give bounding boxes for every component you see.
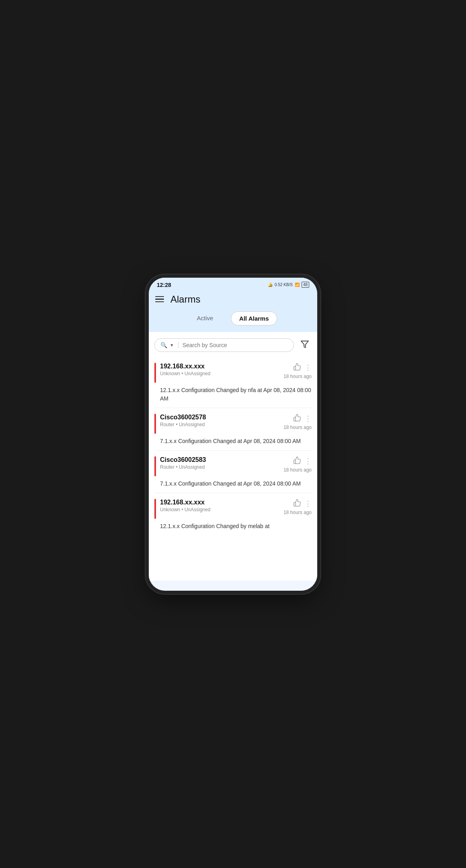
alarm-source: 192.168.xx.xxx: [160, 363, 211, 370]
alarm-severity-bar: [154, 414, 156, 434]
content-area[interactable]: 🔍 ▼ 192.168.xx.xx: [149, 332, 317, 581]
thumbs-up-button[interactable]: [293, 456, 301, 466]
alarm-description: 12.1.x.x Configuration Changed by melab …: [154, 522, 312, 531]
wifi-icon: 📶: [295, 283, 300, 287]
alarm-actions: ⋮: [293, 414, 312, 424]
more-options-button[interactable]: ⋮: [304, 457, 312, 466]
alarm-severity-bar: [154, 456, 156, 476]
alarm-source: Cisco36002583: [160, 456, 206, 463]
alarm-meta: Router • UnAssigned: [160, 464, 206, 470]
alarm-actions: ⋮: [293, 499, 312, 509]
thumbs-up-button[interactable]: [293, 414, 301, 424]
thumbs-up-button[interactable]: [293, 499, 301, 509]
alarm-severity-bar: [154, 499, 156, 519]
alarm-meta: Router • UnAssigned: [160, 422, 206, 427]
alarm-body: 192.168.xx.xxx Unknown • UnAssigned: [160, 363, 312, 383]
tab-active[interactable]: Active: [189, 311, 221, 325]
alarm-description: 12.1.x.x Configuration Changed by nfa at…: [154, 386, 312, 403]
alarm-body: 192.168.xx.xxx Unknown • UnAssigned: [160, 499, 312, 519]
alarm-list: 192.168.xx.xxx Unknown • UnAssigned: [149, 357, 317, 535]
alarm-header-row: Cisco36002583 Router • UnAssigned: [160, 456, 312, 473]
alarm-meta: Unknown • UnAssigned: [160, 507, 211, 512]
alarm-time: 18 hours ago: [284, 467, 312, 473]
tabs-container: Active All Alarms: [149, 311, 317, 332]
status-time: 12:28: [157, 282, 171, 288]
tab-all-alarms[interactable]: All Alarms: [231, 311, 278, 325]
alarm-item[interactable]: 192.168.xx.xxx Unknown • UnAssigned: [154, 493, 312, 535]
menu-button[interactable]: [155, 296, 164, 303]
menu-line-3: [155, 301, 164, 303]
status-bar: 12:28 🔔̶ 0.52 KB/S 📶 48: [149, 278, 317, 291]
battery-icon: 48: [302, 282, 309, 288]
phone-frame: 12:28 🔔̶ 0.52 KB/S 📶 48 Alarms Active Al…: [149, 278, 317, 591]
mute-icon: 🔔̶: [268, 283, 273, 287]
alarm-actions-col: ⋮ 18 hours ago: [284, 363, 312, 379]
alarm-header-row: Cisco36002578 Router • UnAssigned: [160, 414, 312, 430]
alarm-source: 192.168.xx.xxx: [160, 499, 211, 506]
alarm-body: Cisco36002583 Router • UnAssigned: [160, 456, 312, 476]
alarm-actions: ⋮: [293, 456, 312, 466]
page-title: Alarms: [170, 294, 201, 305]
status-icons: 🔔̶ 0.52 KB/S 📶 48: [268, 282, 309, 288]
alarm-actions-col: ⋮ 18 hours ago: [284, 499, 312, 515]
alarm-item[interactable]: 192.168.xx.xxx Unknown • UnAssigned: [154, 357, 312, 408]
alarm-header-row: 192.168.xx.xxx Unknown • UnAssigned: [160, 499, 312, 515]
menu-line-2: [155, 299, 164, 300]
alarm-description: 7.1.x.x Configuration Changed at Apr 08,…: [154, 437, 312, 445]
search-input[interactable]: [182, 342, 288, 348]
more-options-button[interactable]: ⋮: [304, 414, 312, 423]
alarm-item[interactable]: Cisco36002578 Router • UnAssigned: [154, 408, 312, 451]
alarm-meta: Unknown • UnAssigned: [160, 371, 211, 376]
network-speed: 0.52 KB/S: [275, 283, 293, 287]
search-bar-row: 🔍 ▼: [149, 332, 317, 357]
alarm-body: Cisco36002578 Router • UnAssigned: [160, 414, 312, 434]
more-options-button[interactable]: ⋮: [304, 499, 312, 508]
alarm-actions-col: ⋮ 18 hours ago: [284, 414, 312, 430]
alarm-source: Cisco36002578: [160, 414, 206, 421]
alarm-actions-col: ⋮ 18 hours ago: [284, 456, 312, 473]
thumbs-up-button[interactable]: [293, 363, 301, 373]
search-chevron-icon: ▼: [170, 343, 174, 348]
alarm-severity-bar: [154, 363, 156, 383]
filter-button[interactable]: [298, 337, 312, 353]
svg-marker-0: [301, 341, 308, 348]
search-input-wrapper[interactable]: 🔍 ▼: [154, 338, 294, 352]
app-header: Alarms: [149, 291, 317, 311]
search-divider: [178, 342, 178, 348]
more-options-button[interactable]: ⋮: [304, 363, 312, 372]
alarm-description: 7.1.x.x Configuration Changed at Apr 08,…: [154, 480, 312, 488]
alarm-time: 18 hours ago: [284, 374, 312, 379]
alarm-header-row: 192.168.xx.xxx Unknown • UnAssigned: [160, 363, 312, 379]
menu-line-1: [155, 296, 164, 297]
alarm-actions: ⋮: [293, 363, 312, 373]
alarm-time: 18 hours ago: [284, 510, 312, 515]
search-icon: 🔍: [160, 342, 167, 348]
alarm-time: 18 hours ago: [284, 425, 312, 430]
alarm-item[interactable]: Cisco36002583 Router • UnAssigned: [154, 451, 312, 493]
